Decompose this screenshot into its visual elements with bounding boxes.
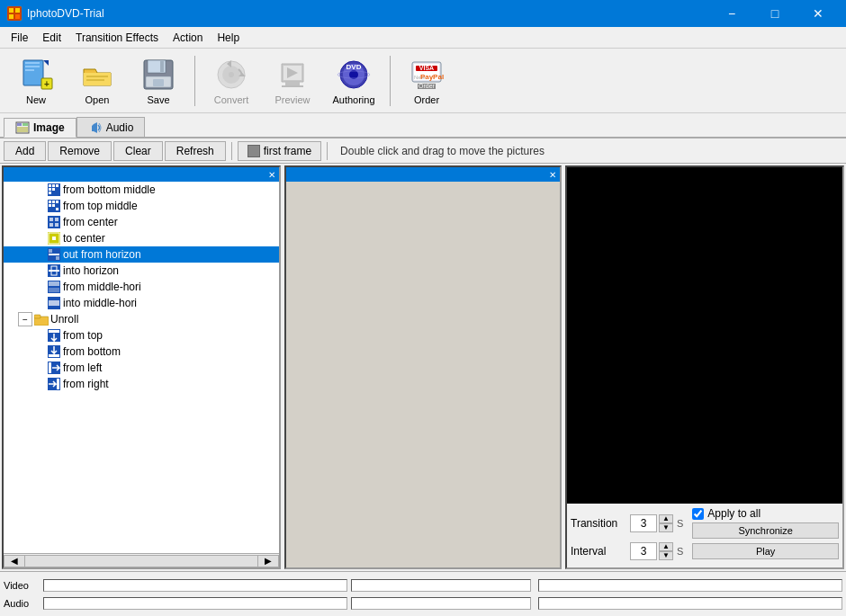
title-bar-left: IphotoDVD-Trial [7, 6, 104, 21]
tree-hscroll[interactable]: ◀ ▶ [4, 553, 279, 567]
close-button[interactable]: ✕ [797, 0, 839, 27]
audio-tab-icon [88, 121, 103, 135]
svg-rect-81 [49, 362, 51, 373]
transition-icon [47, 263, 61, 278]
convert-label: Convert [214, 94, 249, 105]
tree-item-to-center[interactable]: to center [4, 230, 279, 246]
preview-video [567, 167, 842, 504]
transition-down-btn[interactable]: ▼ [659, 523, 673, 532]
tree-item-from-right[interactable]: from right [4, 376, 279, 392]
image-drop-area[interactable] [286, 182, 560, 567]
menu-file[interactable]: File [4, 28, 35, 48]
menu-action[interactable]: Action [166, 28, 210, 48]
apply-to-all-checkbox[interactable] [692, 508, 704, 520]
authoring-button[interactable]: DVD Authoring [325, 52, 382, 110]
svg-rect-71 [49, 288, 59, 292]
svg-rect-52 [52, 204, 55, 207]
open-button[interactable]: Open [68, 52, 126, 110]
interval-input[interactable] [630, 542, 657, 560]
save-button[interactable]: Save [130, 52, 187, 110]
transition-icon [47, 215, 61, 229]
tab-image-label: Image [33, 121, 65, 134]
tree-item-from-left[interactable]: from left [4, 360, 279, 376]
new-icon: + [18, 57, 54, 93]
menu-edit[interactable]: Edit [35, 28, 68, 48]
center-panel-titlebar: ✕ [286, 167, 560, 182]
tree-item-from-center[interactable]: from center [4, 214, 279, 230]
tree-item-into-horizon[interactable]: into horizon [4, 263, 279, 279]
tree-item-from-bottom-middle[interactable]: from bottom middle [4, 182, 279, 198]
tree-item-into-middle-hori[interactable]: into middle-hori [4, 295, 279, 311]
maximize-button[interactable]: □ [754, 0, 796, 27]
folder-icon [34, 312, 49, 326]
svg-rect-53 [56, 208, 58, 210]
first-frame-button[interactable]: first frame [238, 141, 321, 161]
audio-label: Audio [4, 598, 40, 609]
audio-extra [538, 597, 842, 610]
tree-item-label: from center [63, 216, 118, 228]
transition-side-btns: Apply to all Synchronize [692, 507, 839, 539]
interval-up-btn[interactable]: ▲ [659, 542, 673, 551]
action-separator-2 [327, 142, 328, 160]
apply-to-all-group: Apply to all [692, 507, 839, 520]
svg-point-19 [229, 72, 234, 77]
interval-control-row: Interval ▲ ▼ S Play [571, 542, 839, 560]
refresh-button[interactable]: Refresh [165, 141, 226, 161]
tab-image[interactable]: Image [4, 118, 76, 138]
tree-item-unroll[interactable]: − Unroll [4, 311, 279, 327]
transition-up-btn[interactable]: ▲ [659, 514, 673, 523]
tree-panel-close[interactable]: ✕ [268, 170, 275, 180]
interval-down-btn[interactable]: ▼ [659, 551, 673, 560]
synchronize-button[interactable]: Synchronize [692, 522, 839, 539]
transition-icon [47, 296, 61, 310]
svg-rect-55 [50, 218, 53, 221]
title-bar-controls: − □ ✕ [711, 0, 839, 27]
svg-rect-7 [25, 66, 40, 67]
transition-input[interactable] [630, 514, 657, 532]
svg-text:VISA: VISA [419, 65, 434, 71]
tree-item-label: from left [63, 362, 102, 374]
tab-audio[interactable]: Audio [76, 117, 146, 137]
svg-rect-46 [49, 192, 51, 194]
svg-rect-39 [17, 127, 28, 132]
add-button[interactable]: Add [4, 141, 46, 161]
preview-label: Preview [274, 94, 310, 105]
minimize-button[interactable]: − [711, 0, 752, 27]
hscroll-right[interactable]: ▶ [257, 555, 279, 567]
tab-bar: Image Audio [0, 113, 846, 138]
convert-button[interactable]: Convert [202, 52, 260, 110]
transition-control-row: Transition ▲ ▼ S Apply to all Synchroniz… [571, 507, 839, 539]
order-button[interactable]: VISA New PayPal Order Order [398, 52, 455, 110]
image-panel: ✕ [284, 165, 562, 569]
tree-container[interactable]: from bottom middle from top middle from … [4, 182, 279, 553]
play-button[interactable]: Play [692, 543, 839, 559]
svg-marker-9 [43, 60, 49, 66]
authoring-icon: DVD [336, 57, 372, 93]
new-button[interactable]: + New [7, 52, 65, 110]
clear-button[interactable]: Clear [113, 141, 163, 161]
video-progress-bar [43, 579, 347, 592]
tree-item-from-bottom[interactable]: from bottom [4, 344, 279, 360]
remove-button[interactable]: Remove [48, 141, 112, 161]
svg-rect-43 [56, 184, 58, 187]
hscroll-left[interactable]: ◀ [4, 555, 25, 567]
tree-item-from-top[interactable]: from top [4, 327, 279, 344]
unroll-expand[interactable]: − [18, 312, 32, 326]
tree-item-from-top-middle[interactable]: from top middle [4, 198, 279, 214]
separator-2 [390, 56, 391, 106]
transition-icon [47, 199, 61, 213]
interval-spinner: ▲ ▼ [630, 542, 673, 560]
menu-transition-effects[interactable]: Transition Effects [68, 28, 166, 48]
transition-icon [47, 377, 61, 391]
svg-text:Order: Order [418, 83, 436, 89]
svg-rect-38 [22, 123, 28, 126]
controls-area: Transition ▲ ▼ S Apply to all Synchroniz… [567, 504, 842, 567]
action-separator [231, 142, 232, 160]
center-panel-close[interactable]: ✕ [549, 170, 556, 180]
video-status-row: Video [4, 576, 842, 594]
menu-help[interactable]: Help [210, 28, 247, 48]
svg-rect-79 [49, 354, 59, 357]
tree-item-from-middle-hori[interactable]: from middle-hori [4, 279, 279, 295]
tree-item-out-from-horizon[interactable]: out from horizon [4, 246, 279, 263]
preview-button[interactable]: Preview [264, 52, 321, 110]
